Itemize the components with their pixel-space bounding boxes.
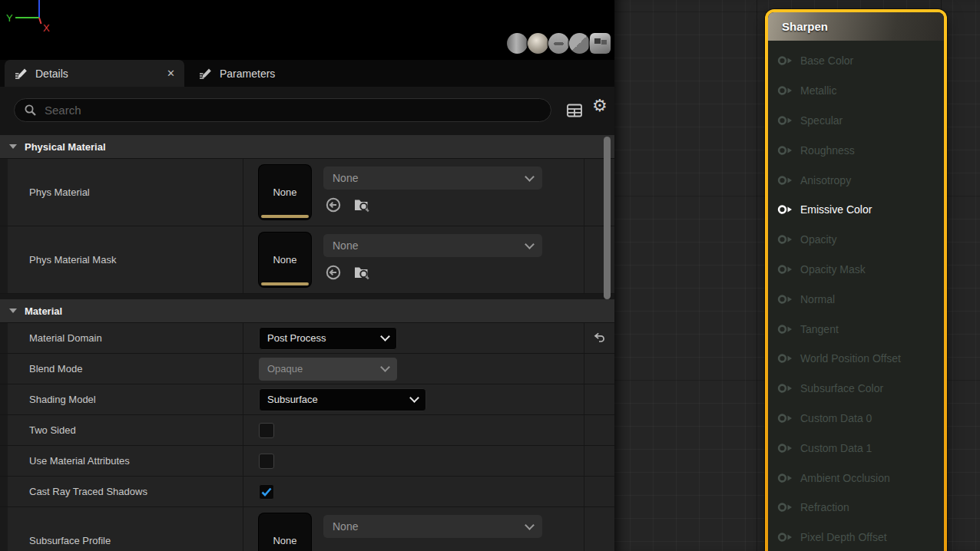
check-icon xyxy=(261,487,272,497)
shading-model-dropdown[interactable]: Subsurface xyxy=(259,388,426,411)
tab-parameters-label: Parameters xyxy=(220,68,275,80)
column-view-icon[interactable] xyxy=(566,103,583,118)
section-header-material[interactable]: Material xyxy=(0,299,614,323)
row-shading-model: Shading Model Subsurface xyxy=(0,384,614,415)
node-pin-tangent[interactable]: Tangent xyxy=(768,314,944,344)
preview-shape-sphere-button[interactable] xyxy=(528,33,548,54)
row-subsurface-profile: Subsurface Profile None None xyxy=(0,507,614,551)
asset-thumbnail[interactable]: None xyxy=(259,513,311,551)
node-pin-emissive-color[interactable]: Emissive Color xyxy=(768,195,944,225)
property-label: Blend Mode xyxy=(29,363,82,374)
node-header[interactable]: Sharpen xyxy=(768,12,944,41)
property-list: Physical Material Phys Material None Non… xyxy=(0,135,614,551)
tab-bar: Details ✕ Parameters xyxy=(0,60,614,87)
details-pencil-icon xyxy=(14,67,28,80)
section-collapse-arrow-icon[interactable] xyxy=(9,308,17,313)
section-header-physical-material[interactable]: Physical Material xyxy=(0,135,614,159)
pin-label: Tangent xyxy=(800,323,839,335)
pin-icon xyxy=(777,294,793,305)
dropdown-value: Subsurface xyxy=(267,394,318,405)
tab-details[interactable]: Details ✕ xyxy=(5,60,184,87)
pin-label: Opacity Mask xyxy=(800,263,866,276)
node-pin-opacity-mask[interactable]: Opacity Mask xyxy=(768,255,944,285)
node-pin-list: Base ColorMetallicSpecularRoughnessAniso… xyxy=(768,41,944,551)
axis-y-label: Y xyxy=(6,12,13,24)
preview-shape-plane-button[interactable] xyxy=(548,33,569,54)
chevron-down-icon xyxy=(380,362,390,372)
row-two-sided: Two Sided xyxy=(0,415,614,446)
browse-to-asset-icon[interactable] xyxy=(353,196,371,213)
preview-viewport[interactable]: Y X xyxy=(0,0,614,60)
material-editor-window: Y X Details ✕ Parameters xyxy=(0,0,980,551)
row-blend-mode: Blend Mode Opaque xyxy=(0,354,614,384)
pin-icon xyxy=(777,264,793,275)
row-cast-ray-traced-shadows: Cast Ray Traced Shadows xyxy=(0,477,614,507)
node-pin-normal[interactable]: Normal xyxy=(768,284,944,314)
use-material-attributes-checkbox[interactable] xyxy=(259,454,274,469)
pin-label: Specular xyxy=(800,114,843,127)
preview-shape-custom-mesh-button[interactable] xyxy=(590,33,611,54)
asset-dropdown[interactable]: None xyxy=(323,515,542,538)
node-pin-anisotropy[interactable]: Anisotropy xyxy=(768,165,944,195)
cast-ray-traced-shadows-checkbox[interactable] xyxy=(259,484,274,500)
use-selected-asset-icon[interactable] xyxy=(325,196,342,213)
search-input[interactable]: Search xyxy=(14,98,551,122)
settings-gear-icon[interactable]: ⚙ xyxy=(592,97,608,114)
two-sided-checkbox[interactable] xyxy=(259,423,274,438)
asset-dropdown[interactable]: None xyxy=(323,234,542,257)
node-sharpen[interactable]: Sharpen Base ColorMetallicSpecularRoughn… xyxy=(765,9,947,551)
pin-label: World Position Offset xyxy=(800,352,901,365)
pin-label: Roughness xyxy=(800,144,855,157)
dropdown-value: Post Process xyxy=(267,332,326,344)
node-pin-subsurface-color[interactable]: Subsurface Color xyxy=(768,374,944,404)
pin-label: Base Color xyxy=(800,54,853,67)
node-pin-specular[interactable]: Specular xyxy=(768,106,944,136)
row-phys-material-mask: Phys Material Mask None None xyxy=(0,226,614,294)
material-graph-canvas[interactable]: Sharpen Base ColorMetallicSpecularRoughn… xyxy=(614,0,980,551)
chevron-down-icon xyxy=(525,239,535,249)
search-icon xyxy=(24,104,37,117)
blend-mode-dropdown: Opaque xyxy=(259,358,397,381)
node-pin-opacity[interactable]: Opacity xyxy=(768,225,944,255)
axis-gizmo: Y X xyxy=(0,0,69,40)
chevron-down-icon xyxy=(380,332,390,341)
reset-to-default-icon[interactable] xyxy=(592,332,607,345)
asset-dropdown[interactable]: None xyxy=(323,167,542,190)
node-pin-custom-data-1[interactable]: Custom Data 1 xyxy=(768,433,944,463)
pin-icon xyxy=(777,175,793,186)
preview-shape-cube-button[interactable] xyxy=(569,33,590,54)
section-collapse-arrow-icon[interactable] xyxy=(9,144,17,149)
node-pin-world-position-offset[interactable]: World Position Offset xyxy=(768,344,944,374)
node-pin-pixel-depth-offset[interactable]: Pixel Depth Offset xyxy=(768,523,944,551)
pin-label: Emissive Color xyxy=(800,203,872,216)
chevron-down-icon xyxy=(525,172,535,182)
pin-icon xyxy=(777,502,793,513)
pin-icon xyxy=(777,324,793,335)
property-label: Cast Ray Traced Shadows xyxy=(29,486,147,497)
pin-label: Ambient Occlusion xyxy=(800,472,890,484)
node-pin-roughness[interactable]: Roughness xyxy=(768,135,944,165)
property-label: Two Sided xyxy=(29,424,76,436)
node-pin-metallic[interactable]: Metallic xyxy=(768,76,944,106)
node-pin-base-color[interactable]: Base Color xyxy=(768,46,944,76)
details-pane: Y X Details ✕ Parameters xyxy=(0,0,614,551)
browse-to-asset-icon[interactable] xyxy=(353,264,371,281)
details-scrollbar[interactable] xyxy=(604,137,611,299)
pin-icon xyxy=(777,353,793,364)
asset-thumbnail[interactable]: None xyxy=(259,233,311,287)
node-pin-custom-data-0[interactable]: Custom Data 0 xyxy=(768,404,944,434)
pin-icon xyxy=(777,115,793,126)
asset-thumbnail[interactable]: None xyxy=(259,165,311,219)
pin-icon xyxy=(777,383,793,394)
preview-shape-cylinder-button[interactable] xyxy=(507,33,528,54)
material-domain-dropdown[interactable]: Post Process xyxy=(259,327,397,350)
node-pin-ambient-occlusion[interactable]: Ambient Occlusion xyxy=(768,463,944,493)
property-label: Subsurface Profile xyxy=(29,535,111,546)
search-toolbar: Search ⚙ xyxy=(0,87,614,135)
tab-parameters[interactable]: Parameters xyxy=(189,60,312,87)
close-icon[interactable]: ✕ xyxy=(167,68,175,79)
parameters-pencil-icon xyxy=(198,67,213,80)
asset-dropdown-value: None xyxy=(333,172,358,184)
use-selected-asset-icon[interactable] xyxy=(325,264,342,281)
node-pin-refraction[interactable]: Refraction xyxy=(768,493,944,523)
